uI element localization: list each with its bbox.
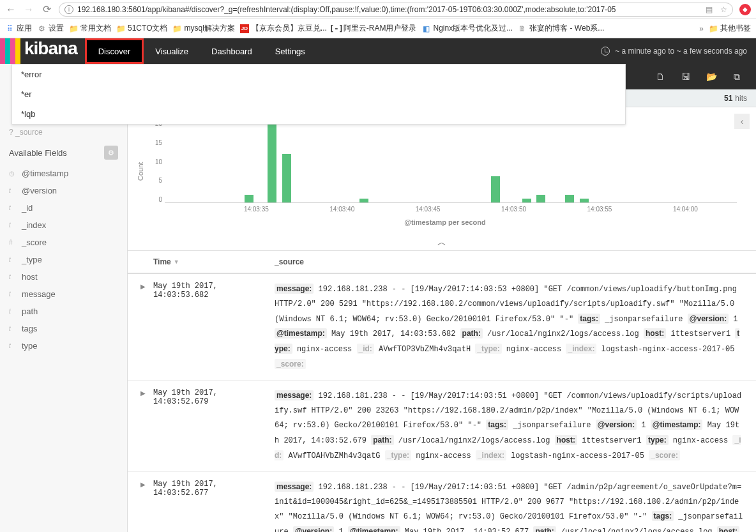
field-item-version[interactable]: t@version <box>0 182 127 199</box>
field-item-message[interactable]: tmessage <box>0 285 127 303</box>
histogram-bar[interactable] <box>282 154 291 202</box>
folder-icon: 📁 <box>172 24 181 33</box>
forward-button[interactable]: → <box>23 4 34 15</box>
browser-toolbar: ← → ⟳ i 192.168.180.3:5601/app/kibana#/d… <box>0 0 756 19</box>
field-type-icon: t <box>9 273 17 280</box>
field-item-id[interactable]: t_id <box>0 199 127 217</box>
jd-icon: JD <box>240 24 249 33</box>
bookmark-folder-3[interactable]: 📁mysql解决方案 <box>172 23 234 34</box>
histogram-bar[interactable] <box>245 195 253 202</box>
other-bookmarks[interactable]: 📁其他书签 <box>709 23 751 34</box>
x-tick: 14:03:35 <box>244 206 269 213</box>
histogram-bar[interactable] <box>522 199 531 202</box>
x-tick: 14:03:55 <box>587 206 612 213</box>
field-name: _index <box>22 220 46 230</box>
field-type-icon: t <box>9 222 17 229</box>
bookmarks-more[interactable]: » <box>699 24 704 33</box>
back-button[interactable]: ← <box>5 4 17 15</box>
extension-icon[interactable]: ◆ <box>739 4 751 15</box>
search-suggestion-item[interactable]: *er <box>12 84 625 104</box>
fields-settings-button[interactable]: ⚙ <box>104 146 118 160</box>
share-button[interactable]: ⧉ <box>724 64 750 89</box>
y-axis-ticks: 20 15 10 5 0 <box>147 120 162 203</box>
field-name: _score <box>22 238 47 247</box>
bookmark-folder-2[interactable]: 📁51CTO文档 <box>116 23 167 34</box>
histogram-chart: ‹ Count 20 15 10 5 0 14:03:3514:03:4014:… <box>128 107 756 235</box>
histogram-bar[interactable] <box>359 199 368 202</box>
hits-label: hits <box>735 94 747 103</box>
bookmark-nginx[interactable]: ◧Nginx版本号优化及过... <box>422 23 513 34</box>
chart-toggle-button[interactable]: ︿ <box>429 237 455 248</box>
tab-settings[interactable]: Settings <box>264 38 317 64</box>
table-header: Time ▼ _source <box>128 251 756 274</box>
field-name: message <box>22 289 56 299</box>
time-column-header[interactable]: Time ▼ <box>153 257 275 266</box>
field-name: type <box>22 341 38 351</box>
x-tick: 14:04:00 <box>673 206 698 213</box>
doc-icon: 🗎 <box>518 24 527 33</box>
tab-visualize[interactable]: Visualize <box>144 38 200 64</box>
histogram-bar[interactable] <box>580 199 589 202</box>
field-type-icon: # <box>9 239 17 246</box>
expand-button[interactable]: ▶ <box>140 282 153 372</box>
url-bar[interactable]: i 192.168.180.3:5601/app/kibana#/discove… <box>59 3 733 17</box>
field-item-index[interactable]: t_index <box>0 217 127 234</box>
page-icon[interactable]: ▤ <box>706 5 713 14</box>
source-filter-label[interactable]: ? _source <box>0 124 127 141</box>
field-item-timestamp[interactable]: ◷@timestamp <box>0 165 127 182</box>
folder-icon: 📁 <box>116 24 125 33</box>
chart-toggle-row: ︿ <box>128 235 756 250</box>
open-search-button[interactable]: 📂 <box>699 64 724 89</box>
plot-area[interactable] <box>165 120 737 203</box>
folder-icon: 📁 <box>709 24 718 33</box>
kibana-text: kibana <box>20 38 85 64</box>
field-item-type[interactable]: t_type <box>0 251 127 268</box>
bookmark-folder-1[interactable]: 📁常用文档 <box>69 23 111 34</box>
field-type-icon: t <box>9 308 17 315</box>
field-name: host <box>22 272 38 282</box>
page-icon: ◧ <box>422 24 431 33</box>
bookmark-blog[interactable]: 🗎张宴的博客 - Web系... <box>518 23 604 34</box>
bookmark-aliyun[interactable]: [-]阿里云-RAM用户登录 <box>332 23 417 34</box>
histogram-bar[interactable] <box>565 195 574 202</box>
time-cell: May 19th 2017, 14:03:53.682 <box>153 282 275 372</box>
bookmark-settings[interactable]: ⚙设置 <box>37 23 64 34</box>
x-tick: 14:03:40 <box>329 206 354 213</box>
field-item-tags[interactable]: ttags <box>0 320 127 337</box>
field-item-host[interactable]: thost <box>0 268 127 285</box>
field-type-icon: t <box>9 291 17 298</box>
folder-icon: 📁 <box>69 24 78 33</box>
reload-button[interactable]: ⟳ <box>41 4 52 15</box>
histogram-bar[interactable] <box>491 176 500 202</box>
apps-icon: ⠿ <box>5 24 14 33</box>
new-search-button[interactable]: 🗋 <box>647 64 673 89</box>
expand-button[interactable]: ▶ <box>140 388 153 464</box>
histogram-bar[interactable] <box>536 195 545 202</box>
search-suggestion-item[interactable]: *error <box>12 65 625 84</box>
source-column-header[interactable]: _source <box>275 257 743 266</box>
tab-discover[interactable]: Discover <box>85 38 144 64</box>
aliyun-icon: [-] <box>332 24 341 33</box>
kibana-logo[interactable]: kibana <box>0 38 85 64</box>
histogram-bar[interactable] <box>268 116 276 202</box>
search-suggestion-item[interactable]: *lqb <box>12 104 625 124</box>
field-name: _type <box>22 255 42 264</box>
tab-dashboard[interactable]: Dashboard <box>200 38 264 64</box>
bookmarks-bar: ⠿应用 ⚙设置 📁常用文档 📁51CTO文档 📁mysql解决方案 JD【京东会… <box>0 19 756 38</box>
save-search-button[interactable]: 🖫 <box>673 64 699 89</box>
star-icon[interactable]: ☆ <box>720 5 727 14</box>
logo-bar <box>0 38 5 64</box>
field-item-path[interactable]: tpath <box>0 303 127 320</box>
document-table: Time ▼ _source ▶May 19th 2017, 14:03:53.… <box>128 250 756 532</box>
time-picker[interactable]: ~ a minute ago to ~ a few seconds ago <box>592 47 756 56</box>
field-item-type[interactable]: ttype <box>0 337 127 354</box>
logo-bar <box>5 38 10 64</box>
source-cell: message: 192.168.181.238 - - [19/May/201… <box>275 480 743 532</box>
expand-button[interactable]: ▶ <box>140 480 153 532</box>
sort-arrow-icon: ▼ <box>174 259 179 265</box>
kibana-header: kibana Discover Visualize Dashboard Sett… <box>0 38 756 64</box>
field-item-score[interactable]: #_score <box>0 234 127 251</box>
table-row: ▶May 19th 2017, 14:03:53.682message: 192… <box>128 274 756 381</box>
bookmark-apps[interactable]: ⠿应用 <box>5 23 32 34</box>
bookmark-jd[interactable]: JD【京东会员】京豆兑... <box>240 23 327 34</box>
